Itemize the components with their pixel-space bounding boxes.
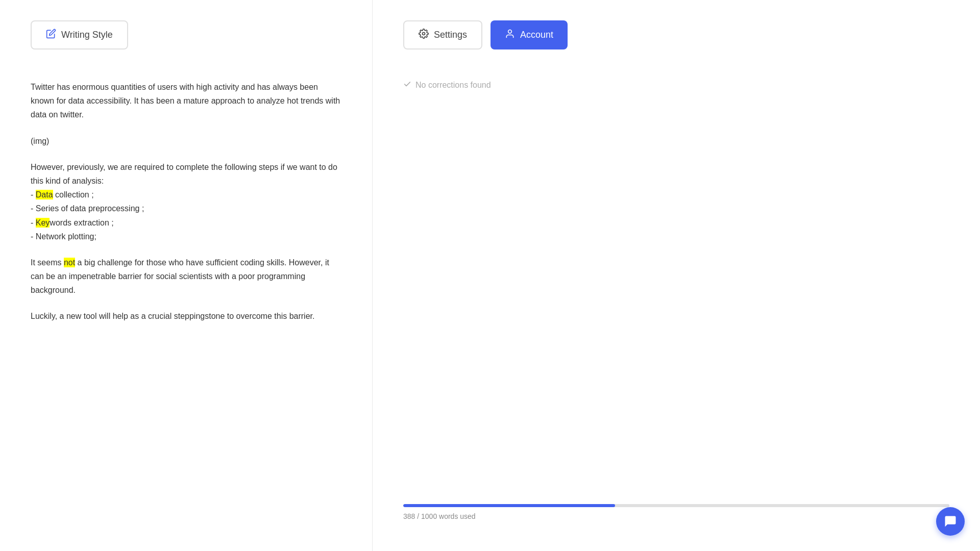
chat-icon (943, 514, 958, 529)
highlight-data: Data (36, 190, 53, 199)
right-top-nav: Settings Account (403, 20, 949, 49)
paragraph-4: It seems not a big challenge for those w… (31, 256, 341, 297)
writing-style-button[interactable]: Writing Style (31, 20, 128, 49)
highlight-not: not (64, 258, 75, 267)
highlight-key: Key (36, 218, 50, 228)
paragraph-1: Twitter has enormous quantities of users… (31, 80, 341, 122)
right-bottom: 388 / 1000 words used (403, 504, 949, 531)
paragraph-img: (img) (31, 134, 341, 148)
word-count-label: 388 / 1000 words used (403, 512, 949, 520)
word-count-bar-container (403, 504, 949, 507)
settings-label: Settings (434, 30, 467, 40)
paragraph-3: However, previously, we are required to … (31, 160, 341, 243)
account-icon (505, 29, 515, 41)
svg-point-1 (508, 30, 512, 34)
paragraph-5: Luckily, a new tool will help as a cruci… (31, 309, 341, 323)
left-panel: Writing Style Twitter has enormous quant… (0, 0, 373, 551)
account-label: Account (520, 30, 553, 40)
settings-button[interactable]: Settings (403, 20, 482, 49)
svg-point-0 (423, 33, 425, 35)
left-top-nav: Writing Style (31, 20, 341, 49)
word-count-fill (403, 504, 615, 507)
no-corrections-area: No corrections found (403, 80, 949, 90)
editor-content[interactable]: Twitter has enormous quantities of users… (31, 80, 341, 323)
no-corrections-text: No corrections found (415, 81, 491, 90)
account-button[interactable]: Account (491, 20, 568, 49)
writing-style-label: Writing Style (61, 30, 113, 40)
check-icon (403, 80, 411, 90)
chat-bubble-button[interactable] (936, 507, 965, 536)
right-panel: Settings Account No corrections found (373, 0, 980, 551)
settings-icon (419, 29, 429, 41)
writing-style-icon (46, 29, 56, 41)
word-count-track (403, 504, 949, 507)
